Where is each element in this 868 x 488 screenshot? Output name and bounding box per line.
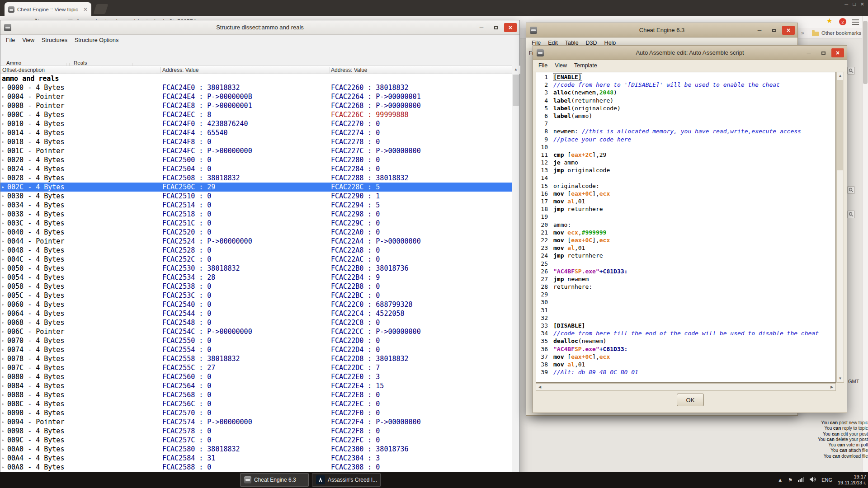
code-line-10[interactable]: 10 [536, 143, 835, 151]
dissect-scrollbar[interactable]: ▲ [512, 66, 519, 479]
struct-row-0014[interactable]: ▸0014 - 4 BytesFCAC24F4 : 65540FCAC2274 … [0, 128, 512, 137]
struct-row-0020[interactable]: ▸0020 - 4 BytesFCAC2500 : 0FCAC2280 : 0 [0, 155, 512, 164]
aa-title-bar[interactable]: Auto Assemble edit: Auto Assemble script… [533, 46, 847, 60]
struct-row-0034[interactable]: ▸0034 - 4 BytesFCAC2514 : 0FCAC2294 : 5 [0, 201, 512, 210]
editor-vertical-scrollbar[interactable]: ▲ ▼ [836, 72, 844, 383]
maximize-button[interactable] [768, 26, 780, 35]
action-center-flag-icon[interactable]: ⚑ [788, 477, 793, 483]
struct-row-0094[interactable]: ▸0094 - PointerFCAC2574 : P->00000000FCA… [0, 418, 512, 427]
browser-minimize-icon[interactable]: ─ [844, 1, 848, 7]
struct-row-0008[interactable]: ▸0008 - PointerFCAC24E8 : P->00000001FCA… [0, 101, 512, 110]
struct-row-0000[interactable]: ▸0000 - 4 BytesFCAC24E0 : 38018832FCAC22… [0, 83, 512, 92]
struct-row-0078[interactable]: ▸0078 - 4 BytesFCAC2558 : 38018832FCAC22… [0, 354, 512, 363]
code-line-6[interactable]: 6label(ammo) [536, 112, 835, 120]
code-line-9[interactable]: 9//place your code here [536, 136, 835, 143]
code-line-38[interactable]: 38mov al,01 [536, 361, 835, 368]
struct-row-00A4[interactable]: ▸00A4 - 4 BytesFCAC2584 : 31FCAC2304 : 3 [0, 454, 512, 463]
code-line-34[interactable]: 34//code from here till the end of the c… [536, 329, 835, 337]
code-line-2[interactable]: 2//code from here to '[DISABLE]' will be… [536, 81, 835, 89]
browser-close-icon[interactable]: ✕ [860, 1, 864, 7]
struct-row-006C[interactable]: ▸006C - PointerFCAC254C : P->00000000FCA… [0, 327, 512, 336]
code-line-8[interactable]: 8newmem: //this is allocated memory, you… [536, 127, 835, 135]
code-line-7[interactable]: 7 [536, 120, 835, 127]
maximize-button[interactable] [817, 48, 830, 57]
volume-icon[interactable] [810, 476, 816, 484]
tab-close-icon[interactable]: ✕ [83, 6, 88, 13]
struct-row-003C[interactable]: ▸003C - 4 BytesFCAC251C : 0FCAC229C : 0 [0, 219, 512, 228]
struct-row-001C[interactable]: ▸001C - PointerFCAC24FC : P->00000000FCA… [0, 146, 512, 155]
bookmark-star-icon[interactable]: ★ [826, 17, 832, 25]
dissect-title-bar[interactable]: Structure dissect:ammo and reals ─ × [0, 20, 519, 35]
struct-row-0054[interactable]: ▸0054 - 4 BytesFCAC2534 : 28FCAC22B4 : 9 [0, 273, 512, 282]
taskbar-item-cheat-engine[interactable]: Cheat Engine 6.3 [240, 473, 309, 487]
struct-row-008C[interactable]: ▸008C - 4 BytesFCAC256C : 0FCAC22EC : 0 [0, 399, 512, 408]
struct-row-0018[interactable]: ▸0018 - 4 BytesFCAC24F8 : 0FCAC2278 : 0 [0, 137, 512, 146]
struct-row-0004[interactable]: ▸0004 - PointerFCAC24E4 : P->0000000BFCA… [0, 92, 512, 101]
code-line-16[interactable]: 16mov [eax+0C],ecx [536, 190, 835, 197]
browser-maximize-icon[interactable]: □ [853, 1, 856, 7]
struct-row-0048[interactable]: ▸0048 - 4 BytesFCAC2528 : 0FCAC22A8 : 0 [0, 246, 512, 255]
editor-horizontal-scrollbar[interactable]: ◀ ▶ [536, 383, 836, 391]
struct-row-0068[interactable]: ▸0068 - 4 BytesFCAC2548 : 0FCAC22C8 : 0 [0, 318, 512, 327]
notification-badge[interactable]: 2 [839, 18, 846, 25]
struct-row-0038[interactable]: ▸0038 - 4 BytesFCAC2518 : 0FCAC2298 : 0 [0, 210, 512, 219]
struct-row-0080[interactable]: ▸0080 - 4 BytesFCAC2560 : 0FCAC22E0 : 3 [0, 372, 512, 381]
bookmarks-overflow-icon[interactable]: » [801, 30, 804, 36]
dissect-menu-structure-options[interactable]: Structure Options [71, 37, 122, 43]
other-bookmarks-label[interactable]: Other bookmarks [821, 30, 861, 36]
scrollbar-thumb[interactable] [837, 80, 843, 170]
code-line-25[interactable]: 25 [536, 260, 835, 267]
browser-tab[interactable]: Cheat Engine :: View topic ✕ [5, 2, 91, 16]
code-line-21[interactable]: 21mov ecx,#999999 [536, 229, 835, 236]
code-line-4[interactable]: 4label(returnhere) [536, 97, 835, 104]
struct-row-0058[interactable]: ▸0058 - 4 BytesFCAC2538 : 0FCAC22B8 : 0 [0, 282, 512, 291]
scroll-down-icon[interactable]: ▼ [837, 375, 844, 382]
struct-row-009C[interactable]: ▸009C - 4 BytesFCAC257C : 0FCAC22FC : 0 [0, 436, 512, 445]
code-line-39[interactable]: 39//Alt: db 89 48 0C B0 01 [536, 368, 835, 376]
struct-row-000C[interactable]: ▸000C - 4 BytesFCAC24EC : 8FCAC226C : 99… [0, 110, 512, 119]
code-line-31[interactable]: 31 [536, 306, 835, 314]
code-line-11[interactable]: 11cmp [eax+2C],29 [536, 151, 835, 159]
browser-menu-icon[interactable] [852, 19, 859, 20]
struct-row-0040[interactable]: ▸0040 - 4 BytesFCAC2520 : 0FCAC22A0 : 0 [0, 228, 512, 237]
code-line-36[interactable]: 36"AC4BFSP.exe"+C81D33: [536, 345, 835, 353]
language-indicator[interactable]: ENG [821, 477, 832, 483]
code-line-26[interactable]: 26"AC4BFSP.exe"+C81D33: [536, 267, 835, 275]
aa-menu-view[interactable]: View [551, 62, 571, 69]
struct-row-0024[interactable]: ▸0024 - 4 BytesFCAC2504 : 0FCAC2284 : 0 [0, 164, 512, 174]
column-header-value-2[interactable]: Address: Value [331, 67, 368, 73]
code-line-15[interactable]: 15originalcode: [536, 182, 835, 190]
code-line-14[interactable]: 14 [536, 174, 835, 182]
code-line-27[interactable]: 27jmp newmem [536, 275, 835, 283]
struct-row-002C[interactable]: ▸002C - 4 BytesFCAC250C : 29FCAC228C : 5 [0, 183, 512, 192]
struct-row-0050[interactable]: ▸0050 - 4 BytesFCAC2530 : 38018832FCAC22… [0, 264, 512, 273]
struct-row-0070[interactable]: ▸0070 - 4 BytesFCAC2550 : 0FCAC22D0 : 0 [0, 336, 512, 345]
scroll-up-icon[interactable]: ▲ [837, 72, 844, 80]
column-header-offset[interactable]: Offset-description [2, 67, 45, 73]
minimize-button[interactable]: ─ [753, 26, 766, 35]
dissect-menu-view[interactable]: View [19, 37, 38, 43]
scroll-left-icon[interactable]: ◀ [536, 384, 543, 390]
aa-menu-template[interactable]: Template [571, 62, 601, 69]
code-line-1[interactable]: 1[ENABLE] [536, 73, 835, 81]
struct-row-007C[interactable]: ▸007C - 4 BytesFCAC255C : 27FCAC22DC : 7 [0, 363, 512, 372]
new-tab-button[interactable] [93, 4, 108, 14]
struct-row-0060[interactable]: ▸0060 - 4 BytesFCAC2540 : 0FCAC22C0 : 68… [0, 300, 512, 309]
close-button[interactable]: × [504, 23, 517, 32]
struct-row-0030[interactable]: ▸0030 - 4 BytesFCAC2510 : 0FCAC2290 : 1 [0, 192, 512, 201]
close-button[interactable]: × [782, 26, 795, 35]
code-line-17[interactable]: 17mov al,01 [536, 197, 835, 205]
structure-root-label[interactable]: ammo and reals [0, 74, 512, 83]
struct-row-005C[interactable]: ▸005C - 4 BytesFCAC253C : 0FCAC22BC : 0 [0, 291, 512, 300]
magnifier-icon[interactable] [847, 186, 855, 194]
struct-row-0044[interactable]: ▸0044 - PointerFCAC2524 : P->00000000FCA… [0, 237, 512, 246]
magnifier-icon[interactable] [847, 67, 855, 75]
code-line-3[interactable]: 3alloc(newmem,2048) [536, 89, 835, 96]
taskbar-item-assassins-creed[interactable]: Assassin's Creed I... [312, 473, 381, 487]
dissect-menu-structures[interactable]: Structures [38, 37, 71, 43]
code-line-18[interactable]: 18jmp returnhere [536, 205, 835, 213]
code-line-24[interactable]: 24jmp returnhere [536, 252, 835, 259]
struct-row-00A0[interactable]: ▸00A0 - 4 BytesFCAC2580 : 38018832FCAC23… [0, 445, 512, 454]
code-line-20[interactable]: 20ammo: [536, 221, 835, 229]
tray-clock[interactable]: 19:17 19.11.2013 г. [838, 474, 866, 486]
